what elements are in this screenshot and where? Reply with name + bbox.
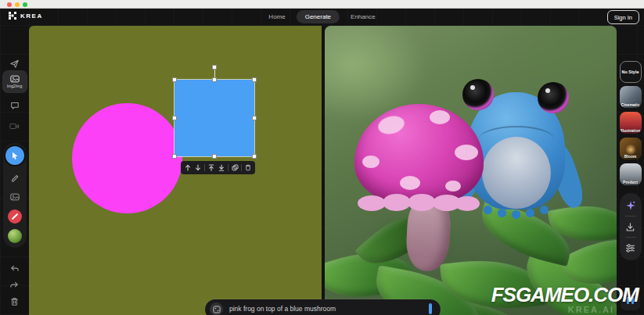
selection-handle-s[interactable] <box>212 154 217 159</box>
chat-bubble-icon <box>10 101 20 110</box>
eye-highlight <box>470 85 475 90</box>
frog-eye <box>462 79 494 110</box>
img2img-mode-button[interactable]: Img2Img <box>3 71 27 92</box>
image-actions-group <box>620 193 642 260</box>
style-label: No Style <box>621 70 639 74</box>
redo-icon <box>9 281 20 289</box>
frog-mouth <box>479 126 554 152</box>
send-to-back-button[interactable] <box>218 163 225 173</box>
chat-tool-button[interactable] <box>5 98 25 113</box>
style-no-style[interactable]: No Style <box>620 61 642 83</box>
selection-handle-n[interactable] <box>212 77 217 82</box>
toolbar-divider <box>204 164 205 171</box>
mushroom-spot <box>400 176 420 190</box>
selected-shape[interactable] <box>174 80 254 156</box>
selection-handle-w[interactable] <box>172 116 177 120</box>
arrow-to-top-icon <box>208 164 214 171</box>
select-tool-button[interactable] <box>5 146 24 165</box>
arrow-down-icon <box>195 164 201 171</box>
style-bloom[interactable]: Bloom <box>620 138 642 159</box>
raise-layer-button[interactable] <box>184 163 192 173</box>
selection-handle-sw[interactable] <box>172 154 177 159</box>
toolbar-divider <box>228 164 228 171</box>
eye-highlight <box>545 88 550 93</box>
sliders-icon <box>625 243 635 253</box>
settings-sliders-button[interactable] <box>622 239 639 256</box>
frog-toe <box>498 209 506 217</box>
share-tool-button[interactable] <box>5 55 25 71</box>
toolbar-divider <box>241 164 242 171</box>
video-tool-button[interactable] <box>5 118 25 134</box>
rotation-handle-line <box>214 70 215 77</box>
mushroom-frill <box>408 194 436 211</box>
bring-to-front-button[interactable] <box>207 163 215 173</box>
mushroom-spot <box>430 110 450 124</box>
paper-plane-icon <box>9 59 20 69</box>
group-divider <box>625 237 636 238</box>
mushroom-frill <box>358 195 386 211</box>
magenta-circle-shape[interactable] <box>72 103 182 213</box>
redo-button[interactable] <box>5 277 25 292</box>
style-label: Illustration <box>620 128 642 133</box>
style-product[interactable]: Product <box>620 163 642 185</box>
style-label: Product <box>620 180 642 184</box>
macos-titlebar <box>0 0 644 9</box>
red-ellipse-tool-button[interactable] <box>8 209 22 224</box>
prompt-bar[interactable]: pink frog on top of a blue mushroom <box>205 299 441 315</box>
frog-toe <box>526 209 534 217</box>
arrow-up-icon <box>185 164 191 171</box>
random-prompt-button[interactable] <box>210 302 223 315</box>
enhance-button[interactable] <box>622 197 639 214</box>
pause-icon <box>631 297 634 304</box>
selection-handle-se[interactable] <box>252 154 257 159</box>
left-toolbar: Img2Img <box>0 26 29 315</box>
prompt-strength-slider[interactable] <box>429 303 432 314</box>
rotation-handle[interactable] <box>212 65 217 70</box>
frog-toe <box>540 206 549 214</box>
selection-handle-e[interactable] <box>252 116 257 120</box>
mushroom-spot <box>376 113 406 137</box>
undo-button[interactable] <box>5 260 25 276</box>
lower-layer-button[interactable] <box>194 163 202 173</box>
clear-canvas-button[interactable] <box>5 294 25 310</box>
download-button[interactable] <box>622 218 639 235</box>
window-close-button[interactable] <box>7 2 12 7</box>
duplicate-icon <box>232 164 239 171</box>
arrow-to-bottom-icon <box>218 164 225 171</box>
selection-handle-nw[interactable] <box>172 77 177 82</box>
trash-icon <box>245 164 251 171</box>
video-camera-icon <box>9 122 20 131</box>
style-illustration[interactable]: Illustration <box>620 112 642 134</box>
img2img-label: Img2Img <box>7 84 22 88</box>
tab-home[interactable]: Home <box>260 10 293 23</box>
selection-handle-ne[interactable] <box>252 77 257 82</box>
tab-enhance[interactable]: Enhance <box>342 10 384 23</box>
pause-generation-button[interactable] <box>621 291 640 310</box>
drawing-canvas[interactable] <box>29 26 322 315</box>
selection-toolbar <box>181 161 255 174</box>
image-icon <box>10 193 20 201</box>
shape-tool-group <box>3 143 27 248</box>
tab-generate[interactable]: Generate <box>297 10 340 23</box>
style-cinematic[interactable]: Cinematic <box>620 86 642 108</box>
delete-shape-button[interactable] <box>244 163 252 173</box>
blue-square-shape[interactable] <box>174 80 254 156</box>
green-sphere-tool-button[interactable] <box>8 229 22 243</box>
window-zoom-button[interactable] <box>23 2 27 7</box>
krea-logo[interactable]: KREA <box>9 12 43 20</box>
dice-icon <box>213 306 221 313</box>
app-header: KREA Home Generate Enhance Sign In <box>0 9 644 26</box>
prompt-input[interactable]: pink frog on top of a blue mushroom <box>229 299 336 315</box>
mushroom-frill <box>455 196 480 211</box>
add-image-tool-button[interactable] <box>7 190 23 204</box>
draw-tool-button[interactable] <box>7 170 23 184</box>
duplicate-button[interactable] <box>231 163 239 173</box>
style-label: Cinematic <box>620 102 642 107</box>
generated-image <box>325 26 617 315</box>
cursor-icon <box>10 151 20 160</box>
window-minimize-button[interactable] <box>15 2 20 7</box>
sparkle-icon <box>625 200 636 211</box>
mushroom-spot <box>445 181 461 192</box>
sign-in-button[interactable]: Sign In <box>607 10 639 24</box>
frog-toe <box>512 210 520 219</box>
